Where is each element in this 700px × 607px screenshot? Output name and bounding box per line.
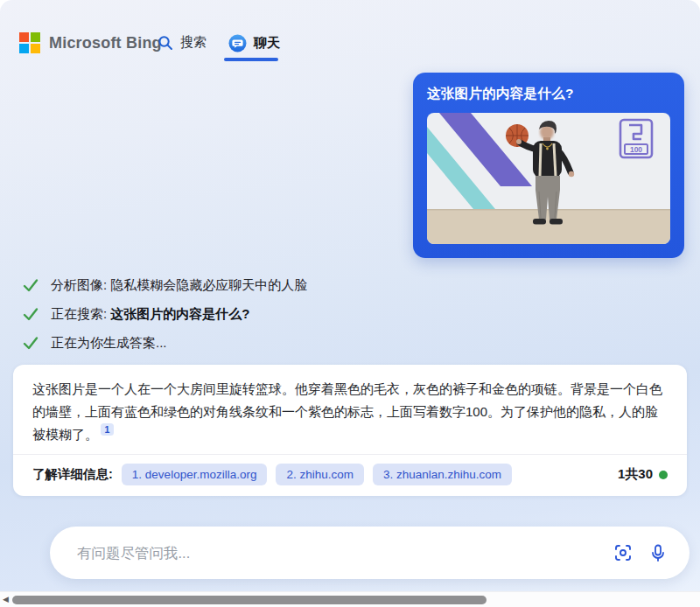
brand[interactable]: Microsoft Bing — [19, 32, 162, 53]
visual-search-button[interactable] — [612, 542, 634, 563]
brand-name: Microsoft Bing — [49, 34, 162, 52]
step-searching: 正在搜索: 这张图片的内容是什么? — [22, 304, 307, 324]
status-dot-icon — [659, 471, 668, 479]
step-label: 分析图像: 隐私模糊会隐藏必应聊天中的人脸 — [51, 277, 307, 292]
chat-input-bar — [50, 527, 690, 579]
search-icon — [158, 35, 173, 51]
chat-bubble-icon — [228, 34, 247, 52]
citation-superscript[interactable]: 1 — [101, 423, 114, 436]
reference-link-1[interactable]: 1. developer.mozilla.org — [122, 464, 268, 485]
chat-canvas: Microsoft Bing 搜索 — [0, 0, 700, 591]
user-message-bubble: 这张图片的内容是什么? 100 — [413, 73, 684, 258]
user-question-text: 这张图片的内容是什么? — [427, 85, 670, 103]
checkmark-icon — [22, 305, 39, 323]
microphone-button[interactable] — [648, 542, 668, 563]
answer-footer: 了解详细信息: 1. developer.mozilla.org 2. zhih… — [13, 454, 687, 496]
reference-link-3[interactable]: 3. zhuanlan.zhihu.com — [373, 464, 512, 485]
tab-search[interactable]: 搜索 — [158, 34, 206, 51]
status-steps: 分析图像: 隐私模糊会隐藏必应聊天中的人脸 正在搜索: 这张图片的内容是什么? … — [22, 275, 307, 361]
answer-card: 这张图片是一个人在一个大房间里旋转篮球。他穿着黑色的毛衣，灰色的裤子和金色的项链… — [13, 365, 687, 496]
learn-more-label: 了解详细信息: — [32, 466, 113, 483]
microsoft-logo-icon — [19, 32, 40, 53]
tab-search-label: 搜索 — [180, 34, 206, 51]
header: Microsoft Bing 搜索 — [0, 0, 700, 66]
step-label: 正在搜索: — [51, 306, 110, 321]
message-counter: 1共30 — [618, 466, 653, 483]
visual-search-icon — [612, 542, 634, 563]
step-label: 正在为你生成答案... — [51, 335, 167, 350]
step-generating-answer: 正在为你生成答案... — [22, 332, 307, 353]
svg-text:100: 100 — [630, 145, 642, 154]
step-analyze-image: 分析图像: 隐私模糊会隐藏必应聊天中的人脸 — [22, 275, 307, 296]
answer-text: 这张图片是一个人在一个大房间里旋转篮球。他穿着黑色的毛衣，灰色的裤子和金色的项链… — [32, 381, 662, 442]
active-tab-underline — [224, 58, 278, 61]
scroll-left-arrow[interactable]: ◀ — [3, 595, 9, 604]
tab-chat[interactable]: 聊天 — [228, 34, 280, 52]
scrollbar-thumb[interactable] — [12, 596, 486, 604]
microphone-icon — [648, 543, 668, 562]
tab-chat-label: 聊天 — [254, 35, 280, 52]
checkmark-icon — [22, 276, 39, 294]
attached-image[interactable]: 100 — [427, 113, 670, 244]
chat-input[interactable] — [77, 545, 612, 562]
reference-link-2[interactable]: 2. zhihu.com — [276, 464, 364, 485]
checkmark-icon — [22, 334, 39, 352]
answer-body: 这张图片是一个人在一个大房间里旋转篮球。他穿着黑色的毛衣，灰色的裤子和金色的项链… — [13, 365, 687, 454]
bing-chat-window: Microsoft Bing 搜索 — [0, 0, 700, 607]
horizontal-scrollbar: ◀ — [0, 591, 700, 607]
step-query: 这张图片的内容是什么? — [110, 306, 249, 321]
